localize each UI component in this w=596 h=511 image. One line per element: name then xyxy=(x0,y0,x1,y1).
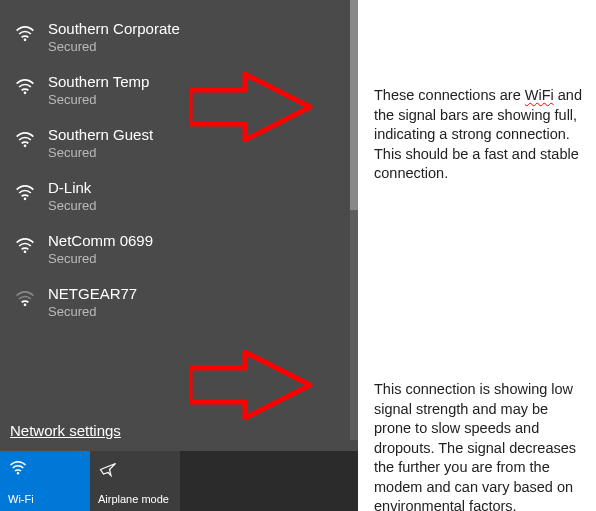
svg-point-3 xyxy=(24,198,27,201)
scrollbar-track[interactable] xyxy=(350,0,358,440)
spellcheck-squiggle: WiFi xyxy=(525,87,554,103)
wifi-signal-full-icon xyxy=(14,20,42,48)
airplane-mode-toggle-label: Airplane mode xyxy=(98,493,169,505)
wifi-signal-full-icon xyxy=(14,73,42,101)
network-status: Secured xyxy=(48,39,180,55)
quick-actions-bar: Wi-Fi Airplane mode xyxy=(0,451,358,511)
airplane-mode-toggle[interactable]: Airplane mode xyxy=(90,451,180,511)
scrollbar-thumb[interactable] xyxy=(350,0,358,210)
svg-point-0 xyxy=(24,39,27,42)
wifi-signal-full-icon xyxy=(14,179,42,207)
network-name: D-Link xyxy=(48,179,96,198)
wifi-toggle[interactable]: Wi-Fi xyxy=(0,451,90,511)
annotation-arrow-bottom xyxy=(190,350,320,420)
svg-point-4 xyxy=(24,251,27,254)
wifi-signal-low-icon xyxy=(14,285,42,313)
network-name: NetComm 0699 xyxy=(48,232,153,251)
network-item[interactable]: Southern Corporate Secured xyxy=(0,14,358,67)
network-status: Secured xyxy=(48,198,96,214)
annotation-area: These connections are WiFi and the signa… xyxy=(358,0,596,511)
network-flyout-panel: Southern Corporate Secured Southern Temp xyxy=(0,0,358,511)
svg-point-5 xyxy=(24,304,27,307)
network-name: NETGEAR77 xyxy=(48,285,137,304)
network-settings-link[interactable]: Network settings xyxy=(10,422,121,439)
svg-point-6 xyxy=(17,472,19,474)
svg-point-1 xyxy=(24,92,27,95)
network-status: Secured xyxy=(48,145,153,161)
airplane-icon xyxy=(98,459,118,479)
network-item[interactable]: NETGEAR77 Secured xyxy=(0,279,358,332)
network-name: Southern Corporate xyxy=(48,20,180,39)
network-item[interactable]: Southern Guest Secured xyxy=(0,120,358,173)
svg-marker-8 xyxy=(190,352,310,418)
wifi-signal-full-icon xyxy=(14,126,42,154)
network-item[interactable]: D-Link Secured xyxy=(0,173,358,226)
network-status: Secured xyxy=(48,251,153,267)
wifi-signal-full-icon xyxy=(14,232,42,260)
network-status: Secured xyxy=(48,304,137,320)
available-networks-list: Southern Corporate Secured Southern Temp xyxy=(0,0,358,332)
network-item[interactable]: Southern Temp Secured xyxy=(0,67,358,120)
svg-point-2 xyxy=(24,145,27,148)
wifi-icon xyxy=(8,459,28,479)
network-status: Secured xyxy=(48,92,149,108)
network-item[interactable]: NetComm 0699 Secured xyxy=(0,226,358,279)
wifi-toggle-label: Wi-Fi xyxy=(8,493,34,505)
annotation-text-top: These connections are WiFi and the signa… xyxy=(374,86,592,184)
annotation-text-bottom: This connection is showing low signal st… xyxy=(374,380,592,511)
network-name: Southern Temp xyxy=(48,73,149,92)
network-name: Southern Guest xyxy=(48,126,153,145)
